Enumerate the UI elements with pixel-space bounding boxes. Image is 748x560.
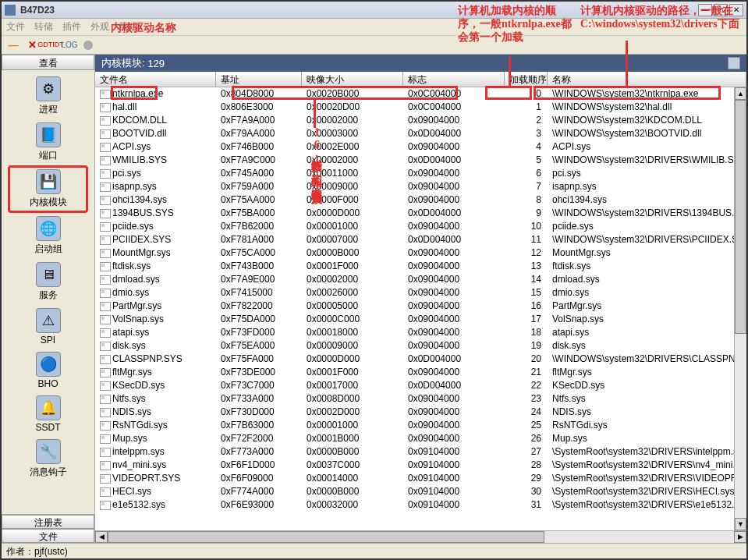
statusbar: 作者：pjf(ustc) <box>2 543 746 558</box>
scroll-right-icon[interactable]: ▶ <box>734 531 746 543</box>
scroll-thumb[interactable] <box>735 100 746 334</box>
cell-size: 0x00009000 <box>302 180 403 193</box>
sidebar-item-7[interactable]: 🔔SSDT <box>2 392 94 436</box>
table-row[interactable]: ftdisk.sys0xF743B0000x0001F0000x09004000… <box>95 260 734 273</box>
col-name[interactable]: 名称 <box>548 72 746 87</box>
col-order[interactable]: 加载顺序 <box>505 72 548 87</box>
table-row[interactable]: RsNTGdi.sys0xF7B630000x000010000x0900400… <box>95 419 734 432</box>
cell-flag: 0x09004000 <box>403 260 505 273</box>
sidebar-item-8[interactable]: 🔧消息钩子 <box>2 436 94 482</box>
sidebar-icon: 💾 <box>36 169 61 194</box>
sidebar-item-2[interactable]: 💾内核模块 <box>8 165 88 213</box>
cell-size: 0x0001F000 <box>302 366 403 379</box>
toolbar-gdt-idt-button[interactable]: GDTIDT <box>44 38 58 52</box>
cell-name: \SystemRoot\system32\DRIVERS\HECI.sys <box>548 485 734 498</box>
cell-name: dmio.sys <box>548 286 734 299</box>
maximize-button[interactable]: □ <box>714 4 728 16</box>
table-row[interactable]: ACPI.sys0xF746B0000x0002E0000x090040004A… <box>95 140 734 154</box>
cell-order: 0 <box>505 87 548 101</box>
table-row[interactable]: NDIS.sys0xF730D0000x0002D0000x0900400024… <box>95 406 734 419</box>
sidebar-item-3[interactable]: 🌐启动组 <box>2 213 94 259</box>
close-button[interactable]: ✕ <box>729 4 743 16</box>
cell-order: 5 <box>505 154 548 167</box>
file-icon <box>100 342 111 351</box>
scroll-up-icon[interactable]: ▲ <box>735 87 746 100</box>
sidebar-footer-registry[interactable]: 注册表 <box>2 515 94 529</box>
table-row[interactable]: WMILIB.SYS0xF7A9C0000x000020000x0D004000… <box>95 154 734 167</box>
cell-file: WMILIB.SYS <box>112 154 167 167</box>
table-row[interactable]: pci.sys0xF745A0000x000110000x090040006pc… <box>95 167 734 180</box>
file-icon <box>100 368 111 377</box>
menu-file[interactable]: 文件 <box>6 20 25 34</box>
sidebar-item-1[interactable]: 📘端口 <box>2 119 94 165</box>
col-base[interactable]: 基址 <box>216 72 302 87</box>
scroll-down-icon[interactable]: ▼ <box>735 518 746 530</box>
menu-plugin[interactable]: 插件 <box>62 20 81 34</box>
sidebar-item-6[interactable]: 🔵BHO <box>2 349 94 392</box>
col-flag[interactable]: 标志 <box>403 72 505 87</box>
table-row[interactable]: Ntfs.sys0xF733A0000x0008D0000x0900400023… <box>95 392 734 406</box>
table-row[interactable]: isapnp.sys0xF759A0000x000090000x09004000… <box>95 180 734 193</box>
table-row[interactable]: KSecDD.sys0xF73C70000x000170000x0D004000… <box>95 379 734 392</box>
table-row[interactable]: atapi.sys0xF73FD0000x000180000x090040001… <box>95 326 734 339</box>
table-row[interactable]: CLASSPNP.SYS0xF75FA0000x0000D0000x0D0040… <box>95 353 734 366</box>
table-row[interactable]: VolSnap.sys0xF75DA0000x0000C0000x0900400… <box>95 313 734 326</box>
table-row[interactable]: intelppm.sys0xF773A0000x0000B0000x091040… <box>95 445 734 459</box>
table-row[interactable]: KDCOM.DLL0xF7A9A0000x000020000x090040002… <box>95 114 734 127</box>
table-row[interactable]: BOOTVID.dll0xF79AA0000x000030000x0D00400… <box>95 127 734 140</box>
menu-view[interactable]: 外观 <box>90 20 109 34</box>
sidebar-header[interactable]: 查看 <box>2 55 94 70</box>
hscroll-thumb[interactable] <box>108 531 544 543</box>
col-size[interactable]: 映像大小 <box>302 72 403 87</box>
file-icon <box>100 408 111 417</box>
sidebar-item-5[interactable]: ⚠SPI <box>2 305 94 349</box>
vertical-scrollbar[interactable]: ▲ ▼ <box>734 87 746 530</box>
cell-flag: 0x09004000 <box>403 286 505 299</box>
table-row[interactable]: nv4_mini.sys0xF6F1D0000x0037C0000x091040… <box>95 459 734 472</box>
table-row[interactable]: hal.dll0x806E30000x00020D000x0C0040001\W… <box>95 101 734 114</box>
horizontal-scrollbar[interactable]: ◀ ▶ <box>95 530 746 543</box>
cell-flag: 0x09004000 <box>403 167 505 180</box>
table-row[interactable]: fltMgr.sys0xF73DE0000x0001F0000x09004000… <box>95 366 734 379</box>
list-header: 文件名 基址 映像大小 标志 加载顺序 名称 <box>95 72 746 87</box>
cell-size: 0x0002E000 <box>302 140 403 154</box>
cell-file: e1e5132.sys <box>112 498 165 512</box>
save-icon[interactable] <box>728 57 740 69</box>
toolbar-minimize-icon[interactable]: — <box>6 38 20 52</box>
cell-order: 2 <box>505 114 548 127</box>
cell-flag: 0x09004000 <box>403 326 505 339</box>
cell-size: 0x0020B000 <box>302 87 403 101</box>
menu-help[interactable]: 帮助 <box>119 20 137 34</box>
table-row[interactable]: PCIIDEX.SYS0xF781A0000x000070000x0D00400… <box>95 233 734 246</box>
cell-flag: 0x09104000 <box>403 485 505 498</box>
table-row[interactable]: dmload.sys0xF7A9E0000x000020000x09004000… <box>95 273 734 286</box>
col-file[interactable]: 文件名 <box>95 72 216 87</box>
file-icon <box>100 183 111 192</box>
table-row[interactable]: ntkrnlpa.exe0x804D80000x0020B0000x0C0040… <box>95 87 734 101</box>
table-row[interactable]: e1e5132.sys0xF6E930000x000320000x0910400… <box>95 498 734 512</box>
table-row[interactable]: MountMgr.sys0xF75CA0000x0000B0000x090040… <box>95 246 734 260</box>
sidebar-item-label: BHO <box>37 378 58 389</box>
table-row[interactable]: dmio.sys0xF74150000x000260000x0900400015… <box>95 286 734 299</box>
sidebar-item-label: 内核模块 <box>30 196 67 209</box>
scroll-left-icon[interactable]: ◀ <box>95 531 108 543</box>
sidebar-footer-file[interactable]: 文件 <box>2 529 94 543</box>
table-row[interactable]: pciide.sys0xF7B620000x000010000x09004000… <box>95 220 734 233</box>
toolbar-dot-button[interactable] <box>81 38 95 52</box>
toolbar-log-button[interactable]: LOG <box>62 38 76 52</box>
table-row[interactable]: ohci1394.sys0xF75AA0000x0000F0000x090040… <box>95 193 734 207</box>
sidebar-item-4[interactable]: 🖥服务 <box>2 259 94 305</box>
table-row[interactable]: HECI.sys0xF774A0000x0000B0000x0910400030… <box>95 485 734 498</box>
cell-file: pciide.sys <box>112 220 154 233</box>
table-row[interactable]: 1394BUS.SYS0xF75BA0000x0000D0000x0D00400… <box>95 207 734 220</box>
cell-name: MountMgr.sys <box>548 246 734 260</box>
menu-transfer[interactable]: 转储 <box>34 20 53 34</box>
table-row[interactable]: Mup.sys0xF72F20000x0001B0000x0900400026M… <box>95 432 734 445</box>
table-row[interactable]: disk.sys0xF75EA0000x000090000x0900400019… <box>95 339 734 353</box>
table-row[interactable]: VIDEOPRT.SYS0xF6F090000x000140000x091040… <box>95 472 734 485</box>
minimize-button[interactable]: — <box>698 4 712 16</box>
file-icon <box>100 421 111 431</box>
sidebar-item-0[interactable]: ⚙进程 <box>2 73 94 119</box>
cell-base: 0xF75CA000 <box>216 246 302 260</box>
table-row[interactable]: PartMgr.sys0xF78220000x000050000x0900400… <box>95 299 734 313</box>
